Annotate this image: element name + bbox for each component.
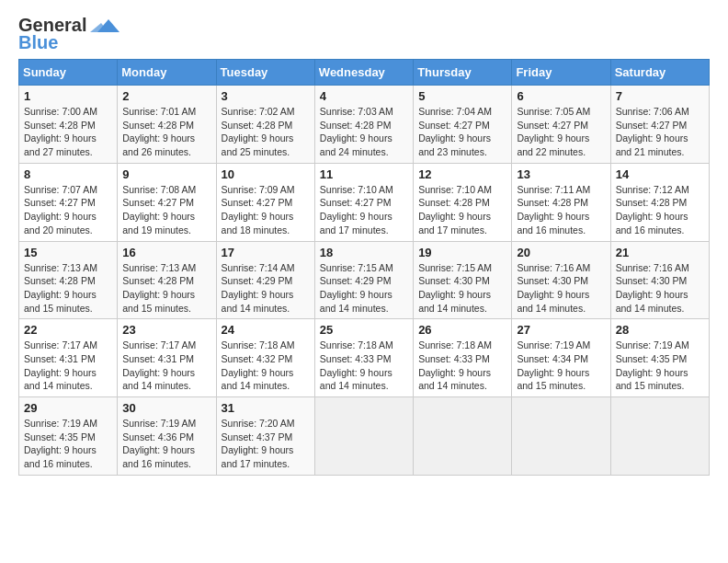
day-cell: 17 Sunrise: 7:14 AM Sunset: 4:29 PM Dayl… (216, 241, 314, 319)
day-detail: Sunrise: 7:02 AM Sunset: 4:28 PM Dayligh… (222, 105, 310, 159)
day-cell: 10 Sunrise: 7:09 AM Sunset: 4:27 PM Dayl… (216, 163, 314, 241)
day-number: 24 (222, 323, 310, 337)
day-detail: Sunrise: 7:08 AM Sunset: 4:27 PM Dayligh… (122, 183, 210, 237)
page-header: General Blue (18, 15, 710, 53)
week-row-2: 8 Sunrise: 7:07 AM Sunset: 4:27 PM Dayli… (19, 163, 710, 241)
week-row-1: 1 Sunrise: 7:00 AM Sunset: 4:28 PM Dayli… (19, 86, 710, 164)
day-detail: Sunrise: 7:13 AM Sunset: 4:28 PM Dayligh… (122, 261, 210, 316)
day-cell: 9 Sunrise: 7:08 AM Sunset: 4:27 PM Dayli… (118, 163, 216, 241)
day-detail: Sunrise: 7:05 AM Sunset: 4:27 PM Dayligh… (517, 105, 605, 159)
day-detail: Sunrise: 7:06 AM Sunset: 4:27 PM Dayligh… (616, 105, 704, 159)
day-number: 26 (418, 323, 506, 337)
day-cell: 7 Sunrise: 7:06 AM Sunset: 4:27 PM Dayli… (610, 86, 709, 164)
day-number: 1 (24, 89, 112, 103)
day-number: 25 (320, 323, 408, 337)
day-detail: Sunrise: 7:19 AM Sunset: 4:35 PM Dayligh… (24, 417, 112, 471)
day-cell: 3 Sunrise: 7:02 AM Sunset: 4:28 PM Dayli… (216, 86, 314, 164)
day-number: 22 (24, 323, 112, 337)
day-cell: 18 Sunrise: 7:15 AM Sunset: 4:29 PM Dayl… (314, 241, 413, 319)
day-number: 5 (418, 89, 506, 103)
calendar-table: SundayMondayTuesdayWednesdayThursdayFrid… (18, 59, 710, 476)
day-cell: 29 Sunrise: 7:19 AM Sunset: 4:35 PM Dayl… (19, 397, 118, 476)
day-detail: Sunrise: 7:07 AM Sunset: 4:27 PM Dayligh… (24, 183, 112, 237)
header-cell-saturday: Saturday (610, 60, 709, 86)
day-cell (314, 397, 413, 476)
day-cell: 25 Sunrise: 7:18 AM Sunset: 4:33 PM Dayl… (314, 319, 413, 397)
day-detail: Sunrise: 7:01 AM Sunset: 4:28 PM Dayligh… (122, 105, 210, 159)
logo-icon (90, 16, 119, 36)
header-cell-monday: Monday (118, 60, 216, 86)
day-cell: 11 Sunrise: 7:10 AM Sunset: 4:27 PM Dayl… (314, 163, 413, 241)
day-detail: Sunrise: 7:18 AM Sunset: 4:33 PM Dayligh… (320, 339, 408, 393)
day-cell: 6 Sunrise: 7:05 AM Sunset: 4:27 PM Dayli… (512, 86, 610, 164)
day-cell: 13 Sunrise: 7:11 AM Sunset: 4:28 PM Dayl… (512, 163, 610, 241)
day-detail: Sunrise: 7:15 AM Sunset: 4:30 PM Dayligh… (418, 261, 506, 316)
day-number: 27 (517, 323, 605, 337)
day-cell: 8 Sunrise: 7:07 AM Sunset: 4:27 PM Dayli… (19, 163, 118, 241)
day-number: 9 (122, 167, 210, 181)
day-detail: Sunrise: 7:09 AM Sunset: 4:27 PM Dayligh… (222, 183, 310, 237)
day-detail: Sunrise: 7:03 AM Sunset: 4:28 PM Dayligh… (320, 105, 408, 159)
day-number: 16 (122, 246, 210, 259)
day-detail: Sunrise: 7:04 AM Sunset: 4:27 PM Dayligh… (418, 105, 506, 159)
day-number: 10 (222, 167, 310, 181)
day-number: 7 (616, 89, 704, 103)
day-cell: 15 Sunrise: 7:13 AM Sunset: 4:28 PM Dayl… (19, 241, 118, 319)
day-number: 11 (320, 167, 408, 181)
day-number: 17 (222, 246, 310, 259)
day-detail: Sunrise: 7:12 AM Sunset: 4:28 PM Dayligh… (616, 183, 704, 237)
day-cell: 20 Sunrise: 7:16 AM Sunset: 4:30 PM Dayl… (512, 241, 610, 319)
day-number: 18 (320, 246, 408, 259)
header-cell-friday: Friday (512, 60, 610, 86)
week-row-5: 29 Sunrise: 7:19 AM Sunset: 4:35 PM Dayl… (19, 397, 710, 476)
day-cell: 14 Sunrise: 7:12 AM Sunset: 4:28 PM Dayl… (610, 163, 709, 241)
day-cell: 26 Sunrise: 7:18 AM Sunset: 4:33 PM Dayl… (414, 319, 512, 397)
day-detail: Sunrise: 7:00 AM Sunset: 4:28 PM Dayligh… (24, 105, 112, 159)
day-detail: Sunrise: 7:14 AM Sunset: 4:29 PM Dayligh… (222, 261, 310, 316)
day-cell: 27 Sunrise: 7:19 AM Sunset: 4:34 PM Dayl… (512, 319, 610, 397)
header-cell-tuesday: Tuesday (216, 60, 314, 86)
day-number: 2 (122, 89, 210, 103)
day-detail: Sunrise: 7:17 AM Sunset: 4:31 PM Dayligh… (24, 339, 112, 393)
day-cell: 2 Sunrise: 7:01 AM Sunset: 4:28 PM Dayli… (118, 86, 216, 164)
calendar-header-row: SundayMondayTuesdayWednesdayThursdayFrid… (19, 60, 710, 86)
day-cell: 1 Sunrise: 7:00 AM Sunset: 4:28 PM Dayli… (19, 86, 118, 164)
day-number: 23 (122, 323, 210, 337)
day-number: 3 (222, 89, 310, 103)
day-cell: 31 Sunrise: 7:20 AM Sunset: 4:37 PM Dayl… (216, 397, 314, 476)
day-cell (414, 397, 512, 476)
day-number: 29 (24, 401, 112, 415)
day-detail: Sunrise: 7:19 AM Sunset: 4:34 PM Dayligh… (517, 339, 605, 393)
day-cell: 12 Sunrise: 7:10 AM Sunset: 4:28 PM Dayl… (414, 163, 512, 241)
header-cell-thursday: Thursday (414, 60, 512, 86)
day-detail: Sunrise: 7:20 AM Sunset: 4:37 PM Dayligh… (222, 417, 310, 471)
logo-general: General (18, 15, 86, 35)
day-number: 19 (418, 246, 506, 259)
day-cell: 4 Sunrise: 7:03 AM Sunset: 4:28 PM Dayli… (314, 86, 413, 164)
day-number: 20 (517, 246, 605, 259)
day-number: 13 (517, 167, 605, 181)
day-detail: Sunrise: 7:10 AM Sunset: 4:27 PM Dayligh… (320, 183, 408, 237)
header-cell-sunday: Sunday (19, 60, 118, 86)
week-row-4: 22 Sunrise: 7:17 AM Sunset: 4:31 PM Dayl… (19, 319, 710, 397)
calendar-body: 1 Sunrise: 7:00 AM Sunset: 4:28 PM Dayli… (19, 86, 710, 476)
day-detail: Sunrise: 7:19 AM Sunset: 4:35 PM Dayligh… (616, 339, 704, 393)
day-detail: Sunrise: 7:15 AM Sunset: 4:29 PM Dayligh… (320, 261, 408, 316)
header-cell-wednesday: Wednesday (314, 60, 413, 86)
day-cell (610, 397, 709, 476)
day-number: 21 (616, 246, 704, 259)
day-detail: Sunrise: 7:10 AM Sunset: 4:28 PM Dayligh… (418, 183, 506, 237)
day-number: 8 (24, 167, 112, 181)
day-cell: 22 Sunrise: 7:17 AM Sunset: 4:31 PM Dayl… (19, 319, 118, 397)
day-number: 6 (517, 89, 605, 103)
week-row-3: 15 Sunrise: 7:13 AM Sunset: 4:28 PM Dayl… (19, 241, 710, 319)
day-number: 4 (320, 89, 408, 103)
day-number: 31 (222, 401, 310, 415)
day-detail: Sunrise: 7:18 AM Sunset: 4:33 PM Dayligh… (418, 339, 506, 393)
day-number: 28 (616, 323, 704, 337)
day-detail: Sunrise: 7:18 AM Sunset: 4:32 PM Dayligh… (222, 339, 310, 393)
day-cell: 24 Sunrise: 7:18 AM Sunset: 4:32 PM Dayl… (216, 319, 314, 397)
day-cell (512, 397, 610, 476)
day-cell: 5 Sunrise: 7:04 AM Sunset: 4:27 PM Dayli… (414, 86, 512, 164)
day-detail: Sunrise: 7:17 AM Sunset: 4:31 PM Dayligh… (122, 339, 210, 393)
